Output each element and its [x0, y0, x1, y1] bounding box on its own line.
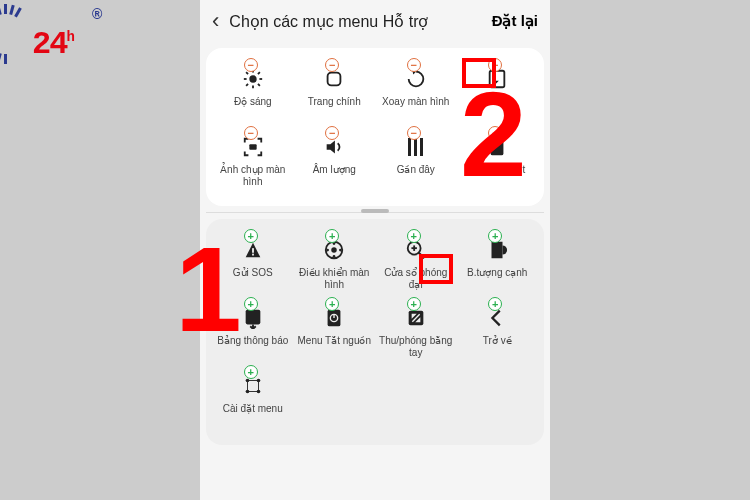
- active-menu-panel: − Độ sáng − Trang chính − Xoay màn hình …: [206, 48, 544, 206]
- home-icon: −: [321, 66, 347, 92]
- add-badge[interactable]: +: [407, 297, 421, 311]
- item-recent[interactable]: − Gần đây: [375, 130, 457, 196]
- item-rotate[interactable]: − Xoay màn hình: [375, 62, 457, 128]
- svg-rect-12: [491, 139, 504, 156]
- svg-rect-10: [490, 71, 505, 88]
- recent-icon: −: [403, 134, 429, 160]
- power-icon: +: [321, 305, 347, 331]
- item-pinch[interactable]: + Thu/phóng bằng tay: [375, 301, 457, 367]
- svg-point-0: [249, 75, 256, 82]
- item-label: Độ sáng: [234, 96, 272, 108]
- remove-badge[interactable]: −: [407, 126, 421, 140]
- edge-icon: +: [484, 237, 510, 263]
- item-label: Trang chính: [308, 96, 361, 108]
- touch-icon: −: [484, 66, 510, 92]
- item-magnify[interactable]: + Cửa sổ phóng đại: [375, 233, 457, 299]
- magnify-icon: +: [403, 237, 429, 263]
- svg-rect-13: [252, 248, 254, 253]
- remove-badge[interactable]: −: [407, 58, 421, 72]
- svg-line-5: [246, 72, 248, 74]
- svg-point-20: [326, 249, 329, 252]
- item-edge[interactable]: + B.tượng cạnh: [457, 233, 539, 299]
- svg-line-8: [258, 72, 260, 74]
- item-label: Cài đặt menu: [223, 403, 283, 415]
- item-label: Âm lượng: [313, 164, 356, 176]
- pinch-icon: +: [403, 305, 429, 331]
- item-home[interactable]: − Trang chính: [294, 62, 376, 128]
- rotate-icon: −: [403, 66, 429, 92]
- item-label: Cửa sổ phóng đại: [377, 267, 455, 291]
- phone-screen: ‹ Chọn các mục menu Hỗ trợ Đặt lại − Độ …: [200, 0, 550, 500]
- screenoff-icon: −: [484, 134, 510, 160]
- item-power[interactable]: + Menu Tắt nguồn: [294, 301, 376, 367]
- item-label: Bảng thông báo: [217, 335, 288, 347]
- item-label: B.tượng cạnh: [467, 267, 527, 279]
- remove-badge[interactable]: −: [244, 58, 258, 72]
- bars-icon: [408, 138, 423, 156]
- brightness-icon: −: [240, 66, 266, 92]
- svg-line-7: [246, 84, 248, 86]
- svg-rect-14: [252, 254, 254, 256]
- item-control[interactable]: + Điều khiển màn hình: [294, 233, 376, 299]
- svg-rect-11: [249, 144, 256, 150]
- divider: [206, 212, 544, 213]
- active-grid: − Độ sáng − Trang chính − Xoay màn hình …: [212, 62, 538, 196]
- item-sos[interactable]: + Gửi SOS: [212, 233, 294, 299]
- logo-text: 24h: [32, 26, 73, 63]
- item-notif[interactable]: + Bảng thông báo: [212, 301, 294, 367]
- add-badge[interactable]: +: [407, 229, 421, 243]
- settings-icon: +: [240, 373, 266, 399]
- item-screenshot[interactable]: − Ảnh chụp màn hình: [212, 130, 294, 196]
- item-label: Thu/phóng bằng tay: [377, 335, 455, 359]
- item-volume[interactable]: − Âm lượng: [294, 130, 376, 196]
- reset-button[interactable]: Đặt lại: [492, 12, 538, 30]
- item-label: Gửi SOS: [233, 267, 273, 279]
- svg-point-16: [332, 247, 338, 253]
- item-brightness[interactable]: − Độ sáng: [212, 62, 294, 128]
- svg-rect-9: [328, 73, 341, 86]
- item-label: Màn hình tắt: [469, 164, 525, 176]
- item-screenoff[interactable]: − Màn hình tắt: [457, 130, 539, 196]
- header-bar: ‹ Chọn các mục menu Hỗ trợ Đặt lại: [200, 0, 550, 42]
- item-settings[interactable]: + Cài đặt menu: [212, 369, 294, 435]
- screenshot-icon: −: [240, 134, 266, 160]
- item-label: Con: [488, 96, 506, 108]
- notif-icon: +: [240, 305, 266, 331]
- available-menu-panel: + Gửi SOS + Điều khiển màn hình + Cửa sổ…: [206, 219, 544, 445]
- available-grid: + Gửi SOS + Điều khiển màn hình + Cửa sổ…: [212, 233, 538, 435]
- remove-badge[interactable]: −: [244, 126, 258, 140]
- sos-icon: +: [240, 237, 266, 263]
- svg-point-18: [339, 249, 342, 252]
- svg-line-6: [258, 84, 260, 86]
- drag-handle[interactable]: [361, 209, 389, 213]
- svg-line-22: [419, 253, 425, 259]
- logo-24h: ® 24h: [4, 4, 114, 74]
- item-touch[interactable]: − Con: [457, 62, 539, 128]
- logo-reg-mark: ®: [92, 6, 102, 22]
- volume-icon: −: [321, 134, 347, 160]
- back-chevron-icon: +: [484, 305, 510, 331]
- add-badge[interactable]: +: [244, 297, 258, 311]
- item-back[interactable]: + Trở về: [457, 301, 539, 367]
- add-badge[interactable]: +: [244, 365, 258, 379]
- item-label: Xoay màn hình: [382, 96, 449, 108]
- add-badge[interactable]: +: [244, 229, 258, 243]
- item-label: Trở về: [483, 335, 512, 347]
- page-title: Chọn các mục menu Hỗ trợ: [229, 12, 481, 31]
- control-icon: +: [321, 237, 347, 263]
- item-label: Điều khiển màn hình: [296, 267, 374, 291]
- svg-point-19: [333, 255, 336, 258]
- svg-rect-25: [245, 310, 260, 325]
- item-label: Menu Tắt nguồn: [297, 335, 371, 347]
- item-label: Gần đây: [397, 164, 435, 176]
- back-icon[interactable]: ‹: [212, 8, 219, 34]
- item-label: Ảnh chụp màn hình: [214, 164, 292, 188]
